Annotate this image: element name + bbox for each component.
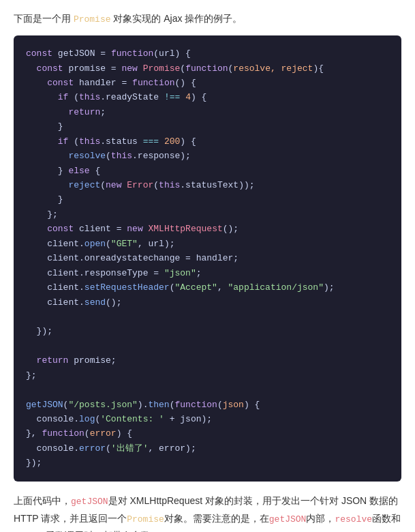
code-block: const getJSON = function(url) { const pr…: [14, 35, 401, 482]
desc1-text5: 函数和: [372, 513, 401, 524]
desc1-text1: 上面代码中，: [14, 495, 71, 506]
desc1-text3: 对象。需要注意的是，在: [164, 513, 269, 524]
desc1-getjson1: getJSON: [71, 497, 108, 507]
desc1-resolve: resolve: [335, 514, 372, 524]
desc1-text4: 内部，: [306, 513, 335, 524]
intro-text-before: 下面是一个用: [14, 13, 71, 24]
intro-promise-highlight: Promise: [74, 14, 111, 25]
intro-text-after: 对象实现的 Ajax 操作的例子。: [113, 13, 242, 24]
desc1-promise: Promise: [127, 514, 164, 524]
intro-paragraph: 下面是一个用 Promise 对象实现的 Ajax 操作的例子。: [14, 11, 401, 27]
desc-paragraph-1: 上面代码中，getJSON是对 XMLHttpRequest 对象的封装，用于发…: [14, 492, 401, 532]
desc1-getjson2: getJSON: [269, 514, 307, 524]
